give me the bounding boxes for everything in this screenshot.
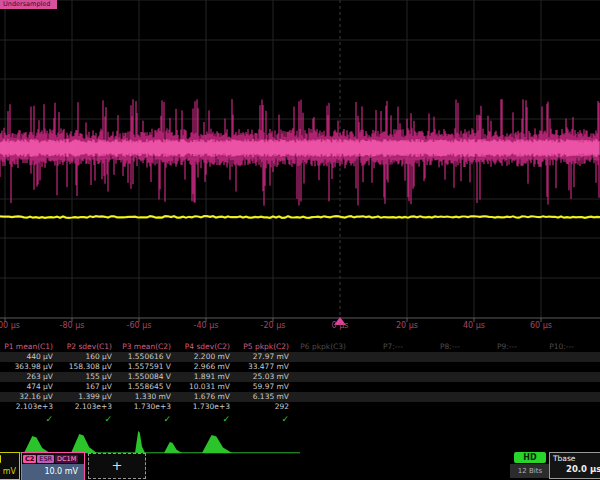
param-header[interactable]: P5 pkpk(C2) [236, 342, 295, 352]
param-value: 6.135 mV [236, 392, 295, 402]
time-tick-label: 0 µs [316, 321, 364, 330]
param-value: 1.550616 V [118, 352, 177, 362]
param-value: 10.031 mV [177, 382, 236, 392]
c2-coupling-badge: DC1M [55, 455, 78, 463]
param-header-inactive[interactable]: P8:--- [409, 342, 466, 352]
param-value: 474 µV [0, 382, 59, 392]
channel-c1-descriptor[interactable]: C1 DC1M 10.0 mV [0, 452, 20, 480]
param-value: 158.308 µV [59, 362, 118, 372]
histicon [135, 431, 145, 453]
param-value: 1.558645 V [118, 382, 177, 392]
oscilloscope-screen: Undersampled -100 µs-80 µs-60 µs-40 µs-2… [0, 0, 600, 480]
c2-label-badge: C2 [23, 455, 36, 463]
time-tick-label: 40 µs [450, 321, 498, 330]
param-value: 160 µV [59, 352, 118, 362]
timebase-descriptor[interactable]: Tbase 20.0 µs [549, 452, 600, 479]
channel-c2-descriptor[interactable]: C2 ESR DC1M 10.0 mV [21, 452, 85, 480]
tbase-value: 20.0 µs [550, 463, 600, 474]
plus-icon: + [112, 458, 123, 473]
param-value: 1.730e+3 [118, 402, 177, 412]
param-value: 1.891 mV [177, 372, 236, 382]
param-status-ok-icon: ✓ [0, 414, 59, 424]
param-value: 1.557591 V [118, 362, 177, 372]
param-status-ok-icon: ✓ [236, 414, 295, 424]
param-header[interactable]: P4 sdev(C2) [177, 342, 236, 352]
time-tick-label: -100 µs [0, 321, 29, 330]
param-value: 167 µV [59, 382, 118, 392]
param-status-ok-icon: ✓ [177, 414, 236, 424]
param-header-inactive[interactable]: P11:--- [580, 342, 600, 352]
param-header-inactive[interactable]: P9:--- [466, 342, 523, 352]
param-value: 27.97 mV [236, 352, 295, 362]
param-value: 32.16 µV [0, 392, 59, 402]
param-header[interactable]: P3 mean(C2) [118, 342, 177, 352]
resolution-bits-label: 12 Bits [510, 464, 550, 478]
waveform-display[interactable] [0, 0, 600, 340]
param-value: 1.330 mV [118, 392, 177, 402]
c2-esr-badge: ESR [37, 455, 54, 463]
c1-scale-value: 10.0 mV [0, 464, 19, 479]
param-value: 155 µV [59, 372, 118, 382]
param-value: 363.98 µV [0, 362, 59, 372]
hd-mode-badge[interactable]: HD [514, 452, 546, 463]
param-stats-row: 2.103e+32.103e+31.730e+31.730e+3292 [0, 402, 600, 412]
measurement-table: P1 mean(C1)P2 sdev(C1)P3 mean(C2)P4 sdev… [0, 341, 600, 425]
param-value: 1.676 mV [177, 392, 236, 402]
param-value: 1.550084 V [118, 372, 177, 382]
time-tick-label: -20 µs [249, 321, 297, 330]
param-header-inactive[interactable]: P6 pkpk(C3) [295, 342, 352, 352]
parameter-histicons [0, 428, 600, 456]
param-value: 1.399 µV [59, 392, 118, 402]
param-header[interactable]: P1 mean(C1) [0, 342, 59, 352]
param-stats-row: 474 µV167 µV1.558645 V10.031 mV59.97 mV [0, 382, 600, 392]
histicon [71, 434, 97, 453]
param-value: 33.477 mV [236, 362, 295, 372]
param-header[interactable]: P2 sdev(C1) [59, 342, 118, 352]
param-value: 263 µV [0, 372, 59, 382]
time-tick-label: -40 µs [182, 321, 230, 330]
tbase-label: Tbase [550, 453, 600, 463]
param-stats-row: 440 µV160 µV1.550616 V2.200 mV27.97 mV [0, 352, 600, 362]
histicon [24, 436, 50, 453]
param-value: 2.103e+3 [0, 402, 59, 412]
add-trace-button[interactable]: + [88, 453, 146, 479]
param-value: 59.97 mV [236, 382, 295, 392]
param-stats-row: 263 µV155 µV1.550084 V1.891 mV25.03 mV [0, 372, 600, 382]
histicon [164, 442, 182, 453]
param-value: 292 [236, 402, 295, 412]
time-tick-label: -60 µs [115, 321, 163, 330]
param-value: 25.03 mV [236, 372, 295, 382]
param-header-inactive[interactable]: P10:--- [523, 342, 580, 352]
c2-scale-value: 10.0 mV [22, 464, 84, 480]
param-status-ok-icon: ✓ [59, 414, 118, 424]
time-axis: -100 µs-80 µs-60 µs-40 µs-20 µs0 µs20 µs… [0, 321, 600, 333]
time-tick-label: 20 µs [383, 321, 431, 330]
param-stats-row: 32.16 µV1.399 µV1.330 mV1.676 mV6.135 mV [0, 392, 600, 402]
histicon [202, 435, 232, 453]
param-header-inactive[interactable]: P7:--- [352, 342, 409, 352]
param-header-row: P1 mean(C1)P2 sdev(C1)P3 mean(C2)P4 sdev… [0, 341, 600, 352]
param-status-row: ✓✓✓✓✓ [0, 412, 600, 425]
param-value: 440 µV [0, 352, 59, 362]
time-tick-label: 60 µs [517, 321, 565, 330]
param-value: 2.200 mV [177, 352, 236, 362]
c2-trace[interactable] [0, 99, 599, 206]
param-stats-row: 363.98 µV158.308 µV1.557591 V2.966 mV33.… [0, 362, 600, 372]
param-status-ok-icon: ✓ [118, 414, 177, 424]
param-value: 2.966 mV [177, 362, 236, 372]
param-value: 1.730e+3 [177, 402, 236, 412]
time-tick-label: -80 µs [48, 321, 96, 330]
undersampled-badge: Undersampled [0, 0, 57, 9]
c1-trace[interactable] [0, 216, 600, 218]
param-value: 2.103e+3 [59, 402, 118, 412]
c1-coupling-badge: DC1M [0, 455, 1, 463]
